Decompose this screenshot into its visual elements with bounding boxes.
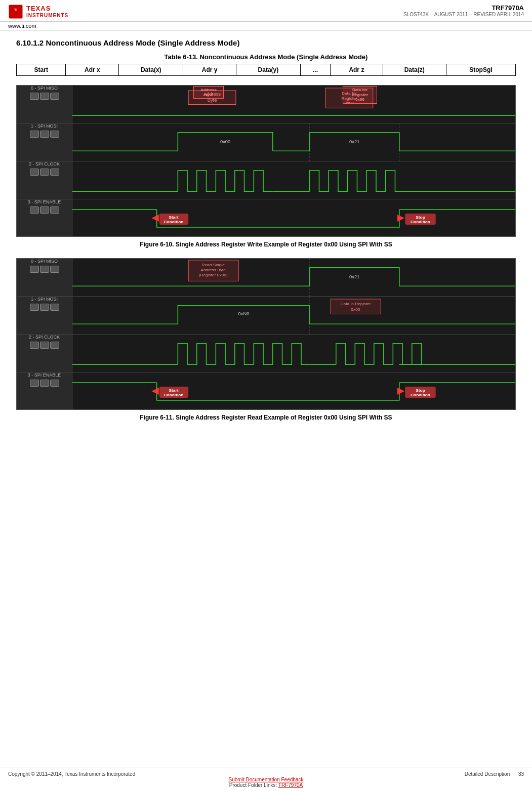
svg-text:Condition: Condition	[411, 220, 430, 224]
miso-label-2: 0 - SPI MISO	[31, 259, 58, 264]
mosi-label-2: 1 - SPI MOSI	[31, 297, 58, 302]
col-datax: Data(x)	[119, 64, 183, 76]
col-dots: ...	[300, 64, 330, 76]
scope-row-enable-1: 3 - SPI ENABLE	[17, 199, 515, 237]
scope-figure-1: 0 - SPI MISO Address Byte	[16, 85, 516, 237]
ctrl-btn-2b[interactable]	[40, 131, 49, 138]
svg-marker-22	[151, 215, 159, 222]
svg-text:Condition: Condition	[164, 220, 184, 224]
svg-text:Condition: Condition	[164, 393, 184, 397]
svg-text:(Register 0x00): (Register 0x00)	[199, 273, 228, 277]
svg-marker-50	[151, 388, 159, 395]
ctrl-btn-5b[interactable]	[40, 266, 49, 273]
clock-label-1: 2 - SPI CLOCK	[29, 161, 60, 166]
ctrl-btn-5a[interactable]	[30, 266, 39, 273]
ctrl-btn-8b[interactable]	[40, 380, 49, 387]
enable-label-1: 3 - SPI ENABLE	[28, 199, 61, 204]
ctrl-btn-5c[interactable]	[50, 266, 59, 273]
svg-text:Start: Start	[169, 388, 179, 393]
footer-row: Copyright © 2011–2014, Texas Instruments…	[8, 771, 524, 777]
svg-text:0x00: 0x00	[345, 101, 354, 106]
ctrl-btn-7b[interactable]	[40, 342, 49, 349]
svg-text:Data in Register: Data in Register	[341, 302, 371, 306]
header-right: TRF7970A SLOS743K – AUGUST 2011 – REVISE…	[403, 4, 524, 17]
miso-label-1: 0 - SPI MISO	[31, 86, 58, 91]
col-start: Start	[17, 64, 66, 76]
svg-text:0x00: 0x00	[220, 140, 230, 145]
ctrl-btn-3b[interactable]	[40, 169, 49, 176]
section-heading: 6.10.1.2 Noncontinuous Address Mode (Sin…	[16, 38, 516, 47]
col-adrx: Adr x	[66, 64, 119, 76]
submit-feedback-link[interactable]: Submit Documentation Feedback	[229, 777, 304, 782]
clock-controls-2	[30, 342, 59, 349]
table-title: Table 6-13. Noncontinuous Address Mode (…	[16, 53, 516, 61]
logo-area: TI TEXAS INSTRUMENTS	[8, 4, 68, 19]
scope-label-enable-2: 3 - SPI ENABLE	[17, 372, 72, 410]
scope-label-clock-1: 2 - SPI CLOCK	[17, 161, 72, 199]
ctrl-btn-6c[interactable]	[50, 304, 59, 311]
figure-6-10-wrapper: AddressByte Data forRegister0x00 0 - SPI…	[16, 85, 516, 237]
svg-marker-26	[397, 215, 405, 222]
logo-instruments: INSTRUMENTS	[26, 13, 68, 18]
mosi-label-1: 1 - SPI MOSI	[31, 123, 58, 129]
miso-signal-2: Read Single Address Byte (Register 0x00)…	[72, 259, 515, 296]
scope-row-miso-1: 0 - SPI MISO Address Byte	[17, 86, 515, 123]
ctrl-btn-3a[interactable]	[30, 169, 39, 176]
ctrl-btn-6b[interactable]	[40, 304, 49, 311]
ctrl-btn-4c[interactable]	[50, 206, 59, 214]
clock-controls-1	[30, 169, 59, 176]
ctrl-btn-7a[interactable]	[30, 342, 39, 349]
scope-label-miso-1: 0 - SPI MISO	[17, 86, 72, 123]
ctrl-btn-6a[interactable]	[30, 304, 39, 311]
logo-texas: TEXAS	[26, 5, 68, 12]
svg-text:Read Single: Read Single	[201, 263, 225, 267]
enable-signal-2: Start Condition Stop Condition	[72, 372, 515, 410]
ti-logo-icon: TI	[8, 4, 23, 19]
enable-controls-1	[30, 206, 59, 214]
ctrl-btn-1b[interactable]	[40, 93, 49, 100]
ctrl-btn-4a[interactable]	[30, 206, 39, 214]
clock-signal-2	[72, 335, 515, 372]
section-label: Detailed Description	[465, 771, 510, 777]
scope-row-mosi-2: 1 - SPI MOSI 0xN0	[17, 297, 515, 335]
product-folder-text: Product Folder Links:	[229, 782, 277, 788]
svg-text:0x00: 0x00	[351, 307, 360, 312]
svg-text:Start: Start	[169, 215, 179, 220]
ctrl-btn-1c[interactable]	[50, 93, 59, 100]
ctrl-btn-2c[interactable]	[50, 131, 59, 138]
fig-6-11-caption: Figure 6-11. Single Address Register Rea…	[16, 414, 516, 421]
ctrl-btn-8c[interactable]	[50, 380, 59, 387]
scope-figure-2: 0 - SPI MISO Read Si	[16, 258, 516, 410]
page-footer: Copyright © 2011–2014, Texas Instruments…	[0, 768, 532, 791]
footer-center: Submit Documentation Feedback Product Fo…	[229, 777, 304, 788]
col-adrz: Adr z	[331, 64, 383, 76]
svg-text:0xN0: 0xN0	[238, 312, 250, 317]
enable-signal-1: Start Condition Stop Condition	[72, 199, 515, 237]
col-datay: Data(y)	[236, 64, 301, 76]
scope-label-mosi-2: 1 - SPI MOSI	[17, 297, 72, 334]
col-dataz: Data(z)	[383, 64, 446, 76]
ctrl-btn-4b[interactable]	[40, 206, 49, 214]
mosi-controls-2	[30, 304, 59, 311]
svg-text:0x21: 0x21	[349, 140, 359, 145]
ctrl-btn-2a[interactable]	[30, 131, 39, 138]
copyright-text: Copyright © 2011–2014, Texas Instruments…	[8, 771, 135, 777]
ctrl-btn-1a[interactable]	[30, 93, 39, 100]
mosi-signal-1: 0x00 0x21	[72, 123, 515, 161]
scope-row-clock-1: 2 - SPI CLOCK	[17, 161, 515, 199]
website-label: www.ti.com	[0, 22, 532, 30]
scope-row-miso-2: 0 - SPI MISO Read Si	[17, 259, 515, 297]
miso-controls-2	[30, 266, 59, 273]
clock-signal-1	[72, 161, 515, 199]
ctrl-btn-8a[interactable]	[30, 380, 39, 387]
mosi-controls-1	[30, 131, 59, 138]
ctrl-btn-3c[interactable]	[50, 169, 59, 176]
scope-row-mosi-1: 1 - SPI MOSI	[17, 123, 515, 161]
svg-text:Byte: Byte	[208, 98, 217, 103]
product-link[interactable]: TRF7970A	[278, 782, 303, 788]
ctrl-btn-7c[interactable]	[50, 342, 59, 349]
svg-text:TI: TI	[14, 8, 18, 12]
clock-label-2: 2 - SPI CLOCK	[29, 335, 60, 340]
page-number: 33	[518, 771, 524, 777]
svg-text:Data for: Data for	[342, 91, 357, 96]
